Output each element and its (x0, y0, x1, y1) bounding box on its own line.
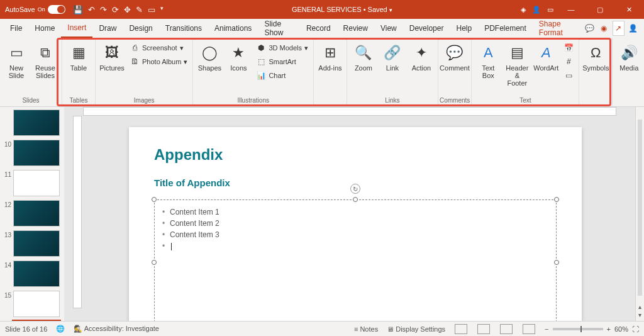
slide-heading[interactable]: Appendix (154, 146, 557, 164)
scroll-thumb[interactable] (638, 120, 642, 296)
addins-button[interactable]: ⊞Add-ins (316, 42, 344, 74)
thumb-row[interactable]: 11 (1, 170, 63, 196)
bullet-item[interactable]: Content Item 1 (160, 206, 551, 218)
thumbnail[interactable] (13, 109, 60, 136)
smartart-button[interactable]: ⬚SmartArt (253, 55, 311, 68)
ribbon-options-icon[interactable]: ▭ (547, 6, 553, 14)
thumb-row[interactable]: 12 (1, 200, 63, 227)
bullet-item-cursor[interactable] (160, 240, 551, 252)
table-button[interactable]: ▦Table (65, 42, 92, 74)
resize-handle[interactable] (353, 197, 358, 202)
touch-icon[interactable]: ✥ (124, 5, 131, 14)
undo-icon[interactable]: ↶ (88, 5, 95, 14)
scroll-up-icon[interactable]: ▴ (638, 303, 641, 310)
vertical-scrollbar[interactable]: ▴▾ (635, 107, 644, 321)
tab-draw[interactable]: Draw (92, 19, 123, 38)
thumb-row[interactable]: 13 (1, 230, 63, 257)
wordart-button[interactable]: AWordArt (532, 42, 560, 74)
resize-handle[interactable] (554, 197, 559, 202)
close-button[interactable]: ✕ (618, 0, 640, 19)
thumb-row[interactable] (1, 109, 63, 136)
sorter-view-button[interactable] (477, 324, 490, 334)
comment-button[interactable]: 💬Comment (441, 42, 469, 74)
zoom-in-button[interactable]: + (607, 325, 611, 333)
shapes-button[interactable]: ◯Shapes (196, 42, 223, 74)
tab-file[interactable]: File (4, 19, 28, 38)
new-slide-button[interactable]: ▭New Slide (3, 42, 30, 82)
normal-view-button[interactable] (455, 324, 467, 334)
thumbnail[interactable] (13, 291, 60, 317)
tab-help[interactable]: Help (450, 19, 478, 38)
document-title[interactable]: GENERAL SERVICES • Saved ▾ (164, 6, 521, 13)
tab-view[interactable]: View (374, 19, 403, 38)
zoom-out-button[interactable]: − (545, 325, 548, 333)
brush-icon[interactable]: ✎ (136, 5, 143, 14)
thumbnail[interactable] (13, 230, 60, 257)
header-footer-button[interactable]: ▤Header & Footer (503, 42, 531, 89)
user-icon[interactable]: 👤 (532, 6, 541, 14)
display-settings-button[interactable]: 🖥 Display Settings (387, 325, 445, 333)
tab-animations[interactable]: Animations (208, 19, 258, 38)
rotate-handle[interactable] (350, 184, 360, 194)
scroll-down-icon[interactable]: ▾ (638, 311, 641, 318)
slide-count[interactable]: Slide 16 of 16 (5, 325, 47, 333)
content-textbox[interactable]: Content Item 1 Content Item 2 Content It… (154, 199, 557, 321)
tab-review[interactable]: Review (337, 19, 374, 38)
comments-pane-icon[interactable]: 💬 (584, 21, 596, 36)
zoom-button[interactable]: 🔍Zoom (350, 42, 377, 74)
link-button[interactable]: 🔗Link (379, 42, 406, 74)
maximize-button[interactable]: ▢ (589, 0, 611, 19)
photo-album-button[interactable]: 🖻Photo Album ▾ (127, 55, 190, 68)
record-circle-icon[interactable]: ◉ (598, 21, 610, 36)
toggle-switch[interactable] (48, 5, 65, 14)
thumbnail[interactable] (13, 260, 60, 287)
thumbnail[interactable] (13, 200, 60, 227)
slide-thumbnails[interactable]: 10 11 12 13 14 15 16 (0, 107, 64, 321)
thumb-row[interactable]: 14 (1, 260, 63, 287)
tab-insert[interactable]: Insert (61, 19, 92, 38)
qat-dropdown-icon[interactable]: ▾ (160, 5, 164, 14)
tab-record[interactable]: Record (300, 19, 337, 38)
language-icon[interactable]: 🌐 (56, 325, 65, 333)
zoom-slider[interactable] (553, 328, 603, 330)
save-icon[interactable]: 💾 (73, 5, 83, 14)
resize-handle[interactable] (152, 260, 157, 265)
redo-icon[interactable]: ↷ (100, 5, 107, 14)
slidenum-button[interactable]: # (561, 55, 576, 68)
object-button[interactable]: ▭ (561, 69, 576, 82)
textbox-button[interactable]: AText Box (474, 42, 502, 82)
tab-shape-format[interactable]: Shape Format (533, 19, 582, 38)
present-icon[interactable]: ▭ (148, 5, 155, 14)
autosave-toggle[interactable]: AutoSave On (5, 5, 65, 14)
tab-developer[interactable]: Developer (403, 19, 450, 38)
zoom-level[interactable]: 60% (614, 325, 628, 333)
thumb-row[interactable]: 10 (1, 140, 63, 166)
tab-slideshow[interactable]: Slide Show (258, 19, 300, 38)
tab-design[interactable]: Design (123, 19, 158, 38)
diamond-icon[interactable]: ◈ (521, 6, 526, 14)
symbols-button[interactable]: ΩSymbols (582, 42, 609, 74)
tab-transitions[interactable]: Transitions (159, 19, 208, 38)
screenshot-button[interactable]: ⎙Screenshot ▾ (127, 42, 190, 54)
resize-handle[interactable] (554, 260, 559, 265)
bullet-item[interactable]: Content Item 2 (160, 218, 551, 229)
date-button[interactable]: 📅 (561, 42, 576, 54)
pictures-button[interactable]: 🖼Pictures (98, 42, 126, 74)
action-button[interactable]: ✦Action (408, 42, 435, 74)
media-button[interactable]: 🔊Media (615, 42, 643, 74)
bullet-item[interactable]: Content Item 3 (160, 229, 551, 240)
thumb-row[interactable]: 15 (1, 291, 63, 317)
tab-home[interactable]: Home (28, 19, 61, 38)
resize-handle[interactable] (152, 197, 157, 202)
icons-button[interactable]: ★Icons (225, 42, 252, 74)
slide[interactable]: Appendix Title of Appendix Content Item … (129, 127, 582, 321)
fit   zoom-� fit-icon[interactable]: ⛶ (632, 325, 639, 333)
notes-button[interactable]: ≡ Notes (354, 325, 378, 333)
canvas[interactable]: Appendix Title of Appendix Content Item … (64, 107, 635, 321)
account-icon[interactable]: 👤 (627, 21, 639, 36)
minimize-button[interactable]: ― (560, 0, 582, 19)
reuse-slides-button[interactable]: ⧉Reuse Slides (31, 42, 59, 82)
slideshow-view-button[interactable] (523, 324, 535, 334)
refresh-icon[interactable]: ⟳ (112, 5, 119, 14)
thumbnail[interactable] (13, 140, 60, 166)
